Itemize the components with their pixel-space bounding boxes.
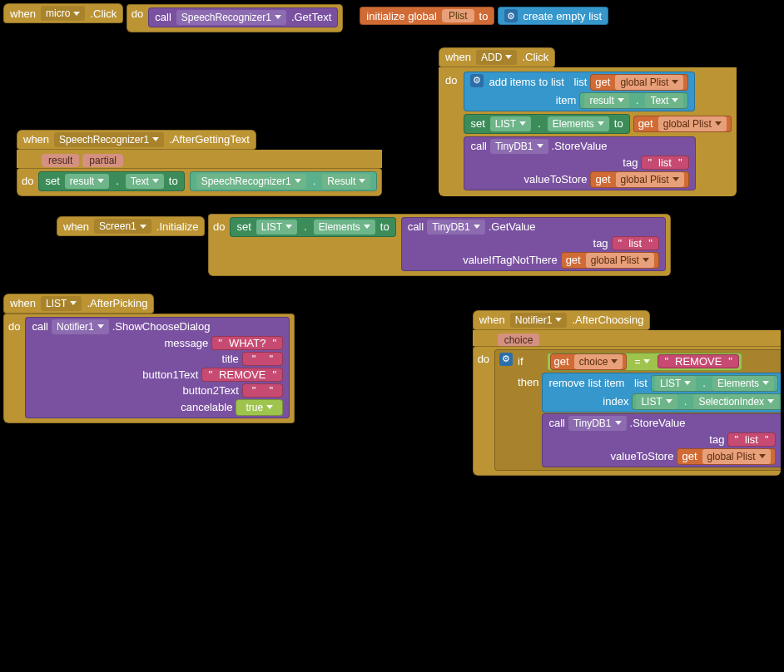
block-set-result-text[interactable]: set result . Text to <box>38 171 184 191</box>
dropdown-result[interactable]: result <box>584 93 628 108</box>
block-init-global-plist[interactable]: initialize global Plist to create empty … <box>360 7 608 25</box>
dropdown-speechrecognizer[interactable]: SpeechRecognizer1 <box>176 10 286 25</box>
kw-get: get <box>566 254 581 266</box>
label-remove-list-item: remove list item <box>548 377 624 389</box>
label-create-empty-list: create empty list <box>523 10 602 22</box>
label-valueToStore: valueToStore <box>548 450 673 462</box>
kw-call: call <box>32 320 48 333</box>
block-get-plist-3[interactable]: get global Plist <box>590 171 688 188</box>
text-chip-list[interactable]: "list" <box>641 156 688 170</box>
block-call-tinydb-getvalue[interactable]: call TinyDB1 .GetValue tag "list" valueI… <box>401 217 666 271</box>
method-label: .ShowChooseDialog <box>112 320 211 333</box>
text-chip-remove[interactable]: "REMOVE" <box>201 368 283 382</box>
block-add-items-to-list[interactable]: add items to list list get global Plist … <box>464 72 695 111</box>
block-get-choice[interactable]: get choice <box>550 353 628 370</box>
dropdown-text[interactable]: Text <box>126 174 164 189</box>
dropdown-notifier1[interactable]: Notifier1 <box>510 313 568 328</box>
kw-call: call <box>408 220 424 233</box>
kw-do: do <box>213 217 225 233</box>
dropdown-global-plist[interactable]: global Plist <box>616 172 684 187</box>
dropdown-Elements[interactable]: Elements <box>712 376 774 391</box>
block-get-plist-5[interactable]: get global Plist <box>677 448 775 465</box>
dropdown-LIST[interactable]: LIST <box>41 296 82 311</box>
method-label: .StoreValue <box>630 417 686 429</box>
label-add-items: add items to list <box>489 76 563 88</box>
text-chip-list2[interactable]: "list" <box>727 432 775 447</box>
block-set-list-elements-2[interactable]: set LIST . Elements to <box>230 217 395 237</box>
text-chip-list[interactable]: "list" <box>612 236 659 250</box>
block-after-getting-text[interactable]: when SpeechRecognizer1 .AfterGettingText… <box>17 130 382 196</box>
event-label: .Initialize <box>156 220 199 233</box>
block-result-text[interactable]: result . Text <box>579 92 688 109</box>
kw-when: when <box>63 220 89 233</box>
dropdown-result[interactable]: result <box>65 174 109 189</box>
dropdown-speechrecognizer[interactable]: SpeechRecognizer1 <box>54 132 164 147</box>
bool-true[interactable]: true <box>236 399 283 416</box>
label-item: item <box>516 94 576 106</box>
block-get-plist-4[interactable]: get global Plist <box>561 252 659 269</box>
text-chip-empty1[interactable]: "" <box>242 352 283 366</box>
dropdown-LIST[interactable]: LIST <box>256 220 297 235</box>
dropdown-speechrecognizer2[interactable]: SpeechRecognizer1 <box>196 174 306 189</box>
text-chip-what[interactable]: "WHAT?" <box>211 336 283 350</box>
block-when-list-afterpicking[interactable]: when LIST .AfterPicking do call Notifier… <box>3 294 423 423</box>
dropdown-global-plist[interactable]: global Plist <box>658 116 727 131</box>
block-LIST-SelectionIndex[interactable]: LIST . SelectionIndex <box>632 393 781 410</box>
label-tag: tag <box>459 237 608 250</box>
label-index: index <box>548 395 628 408</box>
kw-get: get <box>638 117 653 130</box>
block-when-notifier-afterchoosing[interactable]: when Notifier1 .AfterChoosing choice do … <box>473 310 781 476</box>
dropdown-choice[interactable]: choice <box>574 354 623 369</box>
dropdown-global-plist[interactable]: global Plist <box>615 75 683 90</box>
gear-icon[interactable] <box>504 9 518 22</box>
dropdown-SelectionIndex[interactable]: SelectionIndex <box>693 394 779 409</box>
block-if-then[interactable]: if get choice = "REMOVE" <box>494 349 781 471</box>
dropdown-screen1[interactable]: Screen1 <box>94 219 151 234</box>
kw-call: call <box>470 140 487 152</box>
block-create-empty-list[interactable]: create empty list <box>498 7 608 25</box>
block-get-plist[interactable]: get global Plist <box>590 74 688 91</box>
dropdown-LIST[interactable]: LIST <box>655 376 696 391</box>
dropdown-LIST[interactable]: LIST <box>490 116 531 131</box>
dropdown-global-plist[interactable]: global Plist <box>702 449 771 464</box>
block-speechrecognizer-result[interactable]: SpeechRecognizer1 . Result <box>190 171 378 191</box>
block-when-screen1-initialize[interactable]: when Screen1 .Initialize do set LIST . E… <box>57 214 671 276</box>
dropdown-global-plist[interactable]: global Plist <box>586 253 654 268</box>
block-get-plist-2[interactable]: get global Plist <box>633 116 732 132</box>
dropdown-tinydb1[interactable]: TinyDB1 <box>427 220 485 235</box>
block-LIST-Elements[interactable]: LIST . Elements <box>651 375 778 392</box>
block-call-getText[interactable]: call SpeechRecognizer1 .GetText <box>148 7 338 27</box>
block-equals[interactable]: get choice = "REMOVE" <box>547 353 742 371</box>
block-when-add-click[interactable]: when ADD .Click do add items to list lis… <box>439 47 737 196</box>
gear-icon[interactable] <box>499 353 513 366</box>
text-chip-remove2[interactable]: "REMOVE" <box>657 354 739 368</box>
block-remove-list-item[interactable]: remove list item list LIST . Elements <box>542 373 781 413</box>
block-call-tinydb-storevalue-2[interactable]: call TinyDB1 .StoreValue tag "list" <box>542 413 781 467</box>
label-valueIfTagNotThere: valueIfTagNotThere <box>408 254 558 266</box>
gear-icon[interactable] <box>470 74 484 87</box>
block-set-list-elements[interactable]: set LIST . Elements to <box>464 114 629 134</box>
kw-when: when <box>445 51 471 63</box>
kw-do: do <box>8 317 20 333</box>
block-call-tinydb-storevalue[interactable]: call TinyDB1 .StoreValue tag "list" valu… <box>464 136 695 190</box>
dropdown-component-micro[interactable]: micro <box>41 6 85 21</box>
dropdown-Elements[interactable]: Elements <box>314 220 375 235</box>
text-chip-empty2[interactable]: "" <box>242 383 283 398</box>
dropdown-Elements[interactable]: Elements <box>548 116 609 131</box>
block-call-showchoosedialog[interactable]: call Notifier1 .ShowChooseDialog message… <box>25 317 290 418</box>
kw-do: do <box>478 349 489 365</box>
kw-init-global: initialize global <box>366 10 437 22</box>
dropdown-tinydb1[interactable]: TinyDB1 <box>568 416 627 431</box>
dropdown-true[interactable]: true <box>241 400 278 415</box>
dropdown-equals[interactable]: = <box>629 354 655 369</box>
dropdown-tinydb1[interactable]: TinyDB1 <box>490 139 548 154</box>
var-name-plist: Plist <box>442 9 474 22</box>
param-partial: partial <box>82 154 123 167</box>
dropdown-notifier1[interactable]: Notifier1 <box>52 319 109 334</box>
dropdown-text[interactable]: Text <box>645 93 683 108</box>
block-when-micro-click[interactable]: when micro .Click do call SpeechRecogniz… <box>3 3 343 32</box>
dropdown-result2[interactable]: Result <box>322 174 370 189</box>
dropdown-LIST2[interactable]: LIST <box>636 394 677 409</box>
label-cancelable: cancelable <box>66 401 232 413</box>
dropdown-add[interactable]: ADD <box>476 50 517 65</box>
